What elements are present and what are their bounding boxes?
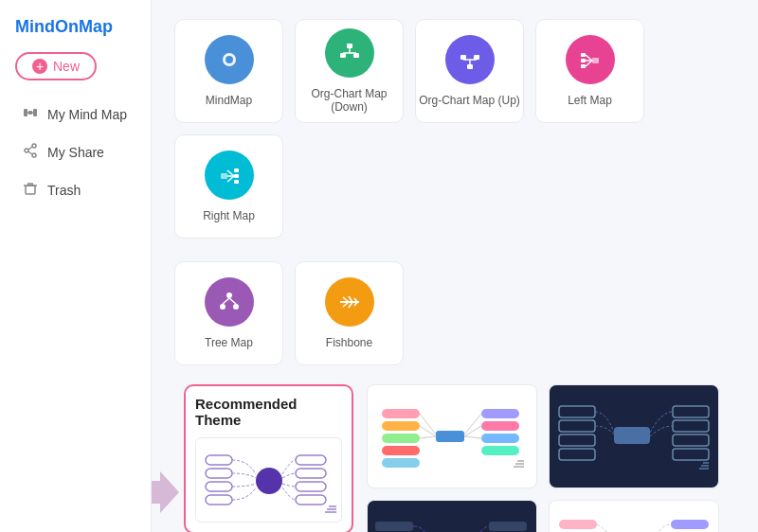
svg-rect-10 [26, 186, 35, 194]
svg-rect-55 [206, 455, 232, 465]
svg-line-81 [420, 436, 436, 438]
svg-point-54 [256, 468, 282, 494]
svg-rect-66 [436, 431, 464, 442]
mindmap-icon-circle [205, 35, 254, 84]
sidebar-item-label: My Mind Map [47, 107, 127, 122]
logo: MindOnMap [0, 9, 151, 52]
sidebar-item-label: My Share [47, 145, 104, 160]
svg-rect-36 [234, 180, 239, 184]
svg-rect-71 [382, 458, 420, 468]
fishbone-icon-circle [325, 277, 374, 327]
map-card-tree[interactable]: Tree Map [174, 261, 283, 365]
right-map-icon-circle [205, 151, 254, 200]
svg-line-8 [28, 147, 32, 150]
theme-card-colorful2[interactable] [549, 500, 719, 532]
svg-rect-88 [559, 434, 595, 446]
svg-rect-73 [481, 421, 519, 431]
svg-rect-29 [581, 64, 586, 68]
logo-text: MindOnMap [15, 17, 113, 37]
svg-line-33 [586, 61, 592, 66]
arrow-pointer [152, 471, 179, 517]
svg-rect-92 [673, 434, 709, 446]
fishbone-label: Fishbone [326, 336, 372, 349]
main-content: MindMap Org-Chart Map (Down) Org-Chart M… [152, 0, 758, 532]
left-map-icon-circle [566, 35, 615, 84]
sidebar-item-my-mind-map[interactable]: My Mind Map [8, 96, 143, 133]
svg-point-41 [226, 293, 232, 298]
svg-rect-85 [614, 427, 650, 444]
org-down-icon-circle [325, 28, 374, 78]
map-card-left[interactable]: Left Map [535, 19, 644, 123]
svg-rect-30 [592, 58, 599, 63]
svg-line-31 [586, 55, 592, 61]
plus-icon: + [32, 59, 47, 74]
mind-map-icon [23, 105, 38, 124]
svg-rect-68 [382, 421, 420, 431]
svg-rect-89 [559, 449, 595, 460]
svg-rect-22 [467, 64, 473, 69]
share-icon [23, 143, 38, 162]
theme-card-dark[interactable] [549, 384, 719, 488]
theme-cards-grid [367, 384, 735, 532]
svg-rect-103 [489, 522, 527, 531]
svg-rect-72 [481, 409, 519, 418]
svg-marker-53 [152, 471, 179, 513]
svg-rect-70 [382, 446, 420, 455]
sidebar-item-trash[interactable]: Trash [8, 171, 143, 209]
tree-map-label: Tree Map [205, 336, 253, 349]
svg-rect-60 [296, 469, 326, 478]
svg-line-44 [223, 298, 229, 304]
svg-line-38 [227, 170, 234, 176]
sidebar-item-label: Trash [47, 183, 81, 198]
svg-rect-69 [382, 434, 420, 443]
svg-rect-0 [24, 109, 27, 116]
svg-rect-113 [671, 520, 709, 529]
org-down-label: Org-Chart Map (Down) [296, 87, 403, 114]
new-button-label: New [53, 59, 80, 74]
map-card-right[interactable]: Right Map [174, 134, 283, 239]
svg-rect-1 [33, 109, 37, 116]
map-card-mindmap[interactable]: MindMap [174, 19, 283, 123]
svg-rect-67 [382, 409, 420, 418]
recommended-title: Recommended Theme [195, 396, 342, 428]
svg-point-16 [226, 56, 233, 63]
svg-rect-93 [673, 449, 709, 460]
trash-icon [23, 181, 38, 200]
svg-point-7 [32, 153, 36, 157]
org-up-icon-circle [445, 35, 495, 84]
map-card-fishbone[interactable]: Fishbone [295, 261, 404, 365]
map-card-org-up[interactable]: Org-Chart Map (Up) [415, 19, 524, 123]
map-type-grid: MindMap Org-Chart Map (Down) Org-Chart M… [174, 19, 735, 239]
svg-line-84 [464, 436, 481, 438]
map-card-org-down[interactable]: Org-Chart Map (Down) [295, 19, 404, 123]
svg-rect-2 [28, 111, 32, 115]
svg-rect-34 [234, 168, 239, 172]
sidebar-item-my-share[interactable]: My Share [8, 133, 143, 171]
right-map-label: Right Map [203, 209, 255, 222]
org-up-label: Org-Chart Map (Up) [419, 94, 520, 107]
mindmap-label: MindMap [206, 94, 252, 107]
svg-point-43 [233, 304, 239, 310]
svg-line-9 [28, 151, 32, 154]
svg-rect-37 [221, 173, 227, 179]
svg-rect-57 [206, 482, 232, 491]
theme-card-colorful[interactable] [367, 384, 537, 488]
svg-rect-17 [347, 44, 352, 48]
theme-thumb-white[interactable] [195, 437, 342, 523]
svg-line-45 [229, 298, 236, 304]
new-button[interactable]: + New [15, 52, 97, 80]
svg-rect-75 [481, 446, 519, 455]
svg-line-40 [227, 176, 234, 182]
svg-rect-35 [234, 174, 239, 178]
left-map-label: Left Map [568, 94, 612, 107]
svg-rect-59 [296, 455, 326, 465]
svg-point-6 [25, 149, 28, 152]
tree-map-icon-circle [205, 277, 254, 327]
svg-rect-91 [673, 420, 709, 432]
svg-rect-90 [673, 406, 709, 417]
svg-rect-61 [296, 482, 326, 491]
theme-card-dark2[interactable] [367, 500, 537, 532]
recommended-theme-box: Recommended Theme [184, 384, 353, 532]
svg-rect-87 [559, 420, 595, 432]
svg-rect-98 [375, 522, 413, 531]
